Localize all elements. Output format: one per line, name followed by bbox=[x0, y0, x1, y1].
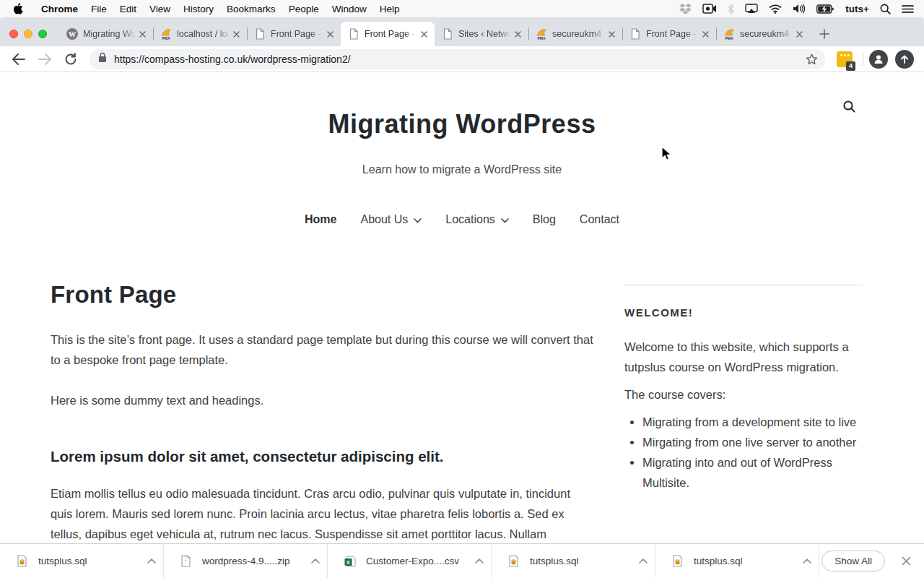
menu-bar-item[interactable]: Edit bbox=[113, 4, 143, 14]
chevron-up-icon[interactable] bbox=[311, 558, 320, 564]
tab-close-icon[interactable] bbox=[324, 28, 336, 40]
zoom-window-button[interactable] bbox=[38, 30, 47, 38]
browser-tab[interactable]: Front Page - bbox=[341, 22, 435, 46]
sidebar-divider bbox=[624, 285, 863, 285]
nav-menu-item[interactable]: Blog bbox=[533, 213, 556, 226]
tab-close-icon[interactable] bbox=[230, 28, 242, 40]
menubar-user-label[interactable]: tuts+ bbox=[845, 4, 869, 14]
chevron-up-icon[interactable] bbox=[147, 558, 156, 564]
article-main: Front Page This is the site’s front page… bbox=[51, 281, 593, 543]
browser-tab[interactable]: PMA localhost / loc bbox=[153, 22, 247, 46]
page-viewport: Migrating WordPress Learn how to migrate… bbox=[0, 73, 924, 543]
apple-logo-icon[interactable] bbox=[13, 3, 23, 14]
download-item[interactable]: tutsplus.sql bbox=[655, 544, 819, 578]
page-favicon bbox=[629, 28, 641, 40]
page-title: Front Page bbox=[51, 281, 593, 309]
tab-close-icon[interactable] bbox=[512, 28, 523, 40]
close-window-button[interactable] bbox=[9, 30, 18, 38]
browser-window: W Migrating Wo PMA bbox=[0, 17, 924, 578]
svg-text:X: X bbox=[346, 558, 350, 565]
back-button[interactable] bbox=[9, 49, 29, 69]
sql-file-icon bbox=[507, 555, 520, 567]
tab-title: localhost / loc bbox=[177, 29, 230, 39]
lock-icon[interactable] bbox=[98, 52, 107, 66]
bluetooth-icon[interactable] bbox=[728, 4, 734, 14]
article-paragraph: This is the site’s front page. It uses a… bbox=[51, 329, 593, 370]
nav-menu-item[interactable]: Contact bbox=[580, 213, 619, 226]
browser-tab[interactable]: Sites ‹ Netwo bbox=[435, 22, 528, 46]
downloads-bar-actions: Show All bbox=[821, 544, 924, 578]
download-item[interactable]: tutsplus.sql bbox=[492, 544, 655, 578]
tab-close-icon[interactable] bbox=[136, 28, 148, 40]
phpmyadmin-favicon: PMA bbox=[536, 28, 547, 40]
url-text[interactable]: https://compass-hosting.co.uk/wordpress-… bbox=[114, 53, 800, 65]
sidebar-widget: WELCOME! Welcome to this website, which … bbox=[624, 285, 863, 493]
address-bar[interactable]: https://compass-hosting.co.uk/wordpress-… bbox=[90, 49, 825, 69]
screen-recording-icon[interactable] bbox=[702, 4, 717, 14]
tab-close-icon[interactable] bbox=[699, 28, 711, 40]
browser-tab[interactable]: W Migrating Wo bbox=[59, 22, 153, 46]
nav-item-label: Locations bbox=[445, 213, 495, 226]
menu-bar-item[interactable]: Window bbox=[326, 4, 373, 14]
menu-bar-item[interactable]: Help bbox=[373, 4, 406, 14]
nav-menu-item[interactable]: About Us bbox=[360, 213, 422, 226]
window-controls bbox=[9, 30, 47, 38]
close-downloads-bar-icon[interactable] bbox=[895, 556, 917, 566]
tab-close-icon[interactable] bbox=[793, 28, 805, 40]
phpmyadmin-favicon: PMA bbox=[160, 28, 172, 40]
tab-close-icon[interactable] bbox=[606, 28, 617, 40]
site-title[interactable]: Migrating WordPress bbox=[0, 109, 924, 139]
chevron-up-icon[interactable] bbox=[803, 558, 811, 564]
download-filename: Customer-Expo....csv bbox=[366, 556, 471, 566]
browser-tab[interactable]: Front Page - bbox=[247, 22, 341, 46]
page-favicon bbox=[348, 28, 359, 40]
menu-bar-item[interactable]: History bbox=[177, 4, 220, 14]
nav-menu-item[interactable]: Home bbox=[305, 213, 336, 226]
browser-tab[interactable]: PMA secureukm4 bbox=[528, 22, 622, 46]
list-item: Migrating into and out of WordPress Mult… bbox=[642, 452, 857, 493]
menu-bar-item[interactable]: View bbox=[143, 4, 177, 14]
new-tab-button[interactable] bbox=[814, 24, 834, 44]
phpmyadmin-favicon: PMA bbox=[723, 28, 735, 40]
bookmark-star-icon[interactable] bbox=[806, 53, 818, 65]
tab-close-icon[interactable] bbox=[418, 28, 430, 40]
download-filename: tutsplus.sql bbox=[694, 556, 798, 566]
browser-tab[interactable]: Front Page - bbox=[622, 22, 716, 46]
nav-item-label: About Us bbox=[360, 213, 408, 226]
main-navigation: Home About Us Locations bbox=[0, 213, 924, 226]
minimize-window-button[interactable] bbox=[24, 30, 32, 38]
chevron-up-icon[interactable] bbox=[475, 558, 484, 564]
chevron-up-icon[interactable] bbox=[639, 558, 648, 564]
airplay-icon[interactable] bbox=[745, 4, 758, 14]
show-all-button[interactable]: Show All bbox=[821, 551, 885, 571]
chevron-down-icon[interactable] bbox=[501, 213, 509, 226]
wifi-icon[interactable] bbox=[769, 4, 782, 14]
profile-avatar-icon[interactable] bbox=[869, 50, 888, 69]
sql-file-icon bbox=[671, 555, 684, 567]
menu-bar-item[interactable]: Chrome bbox=[35, 4, 84, 14]
dropbox-icon[interactable] bbox=[679, 4, 692, 14]
menu-bar-item[interactable]: File bbox=[84, 4, 113, 14]
download-item[interactable]: tutsplus.sql bbox=[0, 544, 164, 578]
extension-icon[interactable]: 4 bbox=[837, 51, 853, 67]
volume-icon[interactable] bbox=[793, 4, 806, 14]
forward-button[interactable] bbox=[35, 49, 55, 69]
article-paragraph: Here is some dummy text and headings. bbox=[51, 390, 593, 410]
battery-charging-icon[interactable] bbox=[816, 4, 834, 14]
menu-bar-item[interactable]: People bbox=[282, 4, 326, 14]
article-paragraph: Etiam mollis tellus eu odio malesuada ti… bbox=[51, 483, 593, 543]
menu-bar-item[interactable]: Bookmarks bbox=[220, 4, 282, 14]
nav-item-label: Blog bbox=[533, 213, 556, 226]
spotlight-search-icon[interactable] bbox=[880, 4, 891, 14]
article-subheading: Lorem ipsum dolor sit amet, consectetur … bbox=[51, 448, 593, 465]
tab-title: Sites ‹ Netwo bbox=[458, 29, 512, 39]
reload-button[interactable] bbox=[61, 49, 81, 69]
tab-title: Migrating Wo bbox=[83, 29, 136, 39]
browser-update-icon[interactable] bbox=[895, 50, 914, 69]
download-item[interactable]: wordpress-4.9.....zip bbox=[164, 544, 328, 578]
nav-menu-item[interactable]: Locations bbox=[445, 213, 509, 226]
notification-center-icon[interactable] bbox=[902, 4, 914, 14]
chevron-down-icon[interactable] bbox=[414, 213, 422, 226]
download-item[interactable]: X Customer-Expo....csv bbox=[328, 544, 492, 578]
browser-tab[interactable]: PMA secureukm4 bbox=[716, 22, 810, 46]
